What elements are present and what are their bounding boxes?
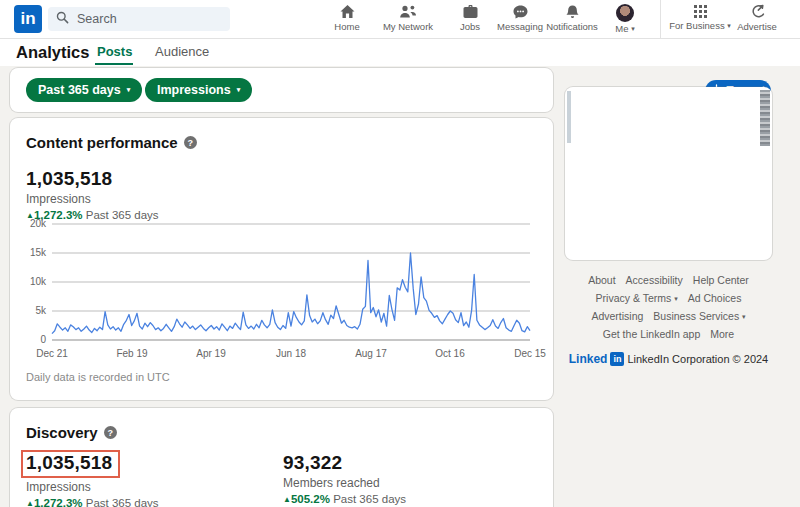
footer-link-get-app[interactable]: Get the LinkedIn app: [603, 328, 701, 340]
footer-link-more[interactable]: More: [710, 328, 734, 340]
tab-posts[interactable]: Posts: [97, 38, 132, 65]
notifications-icon: [565, 4, 580, 20]
nav-advertise[interactable]: Advertise: [730, 4, 784, 32]
search-icon: [56, 10, 69, 28]
up-triangle-icon: ▲: [26, 499, 34, 507]
ad-placeholder-card: [565, 87, 772, 260]
x-tick: Feb 19: [116, 348, 148, 359]
analytics-header-bar: Analytics Posts Audience Export: [0, 38, 800, 66]
nav-for-business[interactable]: For Business ▾: [663, 4, 737, 31]
nav-divider: [660, 0, 661, 38]
messaging-icon: [512, 4, 529, 20]
y-tick: 20k: [30, 218, 47, 229]
footer-link-business-services[interactable]: Business Services ▾: [653, 310, 745, 322]
y-tick: 0: [40, 334, 46, 345]
nav-my-network[interactable]: My Network: [375, 4, 441, 32]
content-performance-card: Content performance ? 1,035,518 Impressi…: [10, 118, 553, 400]
x-tick: Dec 15: [514, 348, 546, 359]
impressions-series-line: [52, 253, 530, 334]
jobs-icon: [462, 4, 479, 20]
footer-link-accessibility[interactable]: Accessibility: [626, 274, 683, 286]
active-tab-underline: [95, 63, 133, 65]
filters-card: Past 365 days ▾ Impressions ▾: [10, 68, 553, 112]
linkedin-wordmark: Linked: [569, 352, 608, 366]
my-network-icon: [399, 4, 417, 20]
nav-jobs[interactable]: Jobs: [448, 4, 492, 32]
discovery-card: Discovery ? 1,035,518 Impressions ▲1,272…: [10, 408, 553, 507]
me-avatar: [616, 4, 634, 22]
help-icon[interactable]: ?: [184, 136, 197, 149]
copyright-text: LinkedIn Corporation © 2024: [627, 353, 768, 365]
megaphone-icon: [749, 4, 765, 20]
metric-filter[interactable]: Impressions ▾: [145, 78, 252, 102]
impressions-line-chart[interactable]: 20k 15k 10k 5k 0 Dec 21 Feb 19 Apr 19 Ju…: [16, 214, 543, 366]
search-input[interactable]: [75, 11, 219, 27]
ad-loading-strip: [567, 91, 571, 143]
x-tick: Jun 18: [276, 348, 306, 359]
home-icon: [339, 4, 356, 20]
section-title: Content performance: [26, 134, 178, 151]
grid-icon: [693, 4, 708, 19]
footer-link-about[interactable]: About: [588, 274, 615, 286]
highlight-annotation-box: 1,035,518: [21, 450, 120, 478]
footer-link-privacy-terms[interactable]: Privacy & Terms ▾: [596, 292, 678, 304]
stat-label: Impressions: [26, 192, 159, 206]
help-icon[interactable]: ?: [104, 426, 117, 439]
chevron-down-icon: ▾: [742, 313, 746, 320]
footer: AboutAccessibilityHelp Center Privacy & …: [565, 274, 772, 366]
footer-link-help-center[interactable]: Help Center: [693, 274, 749, 286]
page-title: Analytics: [16, 38, 89, 66]
y-tick: 5k: [35, 305, 47, 316]
top-nav: in Home My Network Jobs Messaging Notifi…: [0, 0, 800, 39]
x-tick: Aug 17: [355, 348, 387, 359]
date-range-filter[interactable]: Past 365 days ▾: [26, 78, 142, 102]
footer-link-advertising[interactable]: Advertising: [591, 310, 643, 322]
chevron-down-icon: ▾: [674, 295, 678, 302]
x-tick: Oct 16: [435, 348, 465, 359]
y-tick: 10k: [30, 276, 47, 287]
x-tick: Apr 19: [196, 348, 226, 359]
search-bar[interactable]: [48, 7, 230, 31]
footer-link-ad-choices[interactable]: Ad Choices: [688, 292, 742, 304]
y-tick: 15k: [30, 247, 47, 258]
tab-audience[interactable]: Audience: [155, 38, 209, 65]
chart-footnote: Daily data is recorded in UTC: [26, 371, 170, 383]
nav-me[interactable]: Me ▾: [605, 4, 645, 34]
discovery-impressions-stat: 1,035,518 Impressions ▲1,272.3% Past 365…: [26, 452, 159, 507]
ad-image-fragment: [760, 90, 770, 146]
nav-home[interactable]: Home: [325, 4, 369, 32]
linkedin-logo[interactable]: in: [14, 5, 42, 33]
chevron-down-icon: ▾: [127, 86, 131, 93]
chevron-down-icon: ▾: [237, 86, 241, 93]
discovery-members-reached-stat: 93,322 Members reached ▲505.2% Past 365 …: [283, 452, 406, 505]
linkedin-logo-small: in: [610, 352, 624, 366]
nav-notifications[interactable]: Notifications: [539, 4, 605, 32]
stat-value: 1,035,518: [26, 168, 159, 190]
section-title: Discovery: [26, 424, 98, 441]
up-triangle-icon: ▲: [283, 495, 291, 504]
x-tick: Dec 21: [36, 348, 68, 359]
chevron-down-icon: ▾: [631, 25, 635, 32]
